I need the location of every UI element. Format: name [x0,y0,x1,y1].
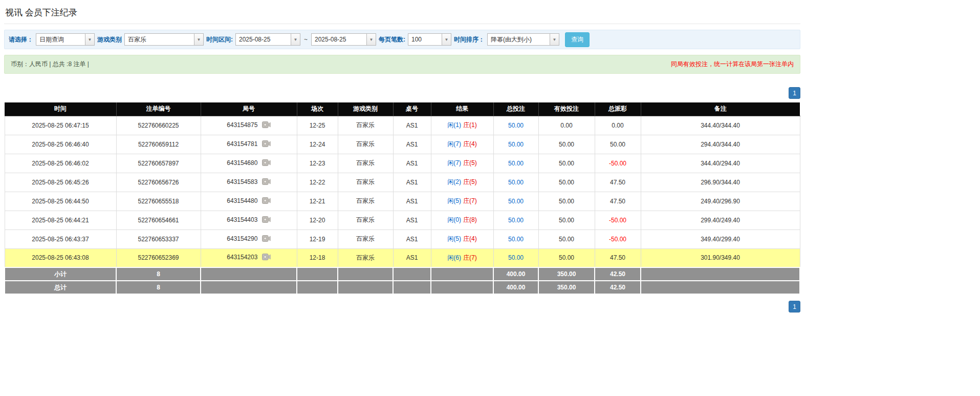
empty-cell [338,281,393,294]
chevron-down-icon[interactable]: ▼ [442,33,451,46]
total-bet-link[interactable]: 50.00 [508,236,524,243]
round-replay-icon[interactable] [262,140,271,149]
result-player: 闲(1) [447,121,461,129]
column-header: 局号 [201,102,297,116]
pagination-top: 1 [4,87,800,99]
round-replay-icon[interactable] [262,235,271,243]
cell-time: 2025-08-25 06:44:50 [5,192,116,211]
cell-time: 2025-08-25 06:46:40 [5,135,116,154]
result-player: 闲(2) [447,178,461,185]
subtotal-valid-bet: 350.00 [538,267,595,281]
cell-result: 闲(7)庄(5) [431,154,493,173]
empty-cell [641,267,800,281]
game-type-input[interactable] [124,33,194,46]
result-player: 闲(5) [447,197,461,204]
table-row: 2025-08-25 06:47:15 522760660225 6431548… [5,116,800,135]
cell-bet-number: 522760657897 [116,154,201,173]
subtotal-total-bet: 400.00 [493,267,538,281]
result-player: 闲(0) [447,216,461,223]
round-replay-icon[interactable] [262,159,271,168]
cell-payout: 47.50 [595,173,641,192]
round-replay-icon[interactable] [262,254,271,262]
cell-time: 2025-08-25 06:45:26 [5,173,116,192]
sort-order-input[interactable] [487,33,550,46]
round-replay-icon[interactable] [262,121,271,130]
total-bet-link[interactable]: 50.00 [508,198,524,205]
cell-payout: 47.50 [595,192,641,211]
cell-round-number: 643154403 [201,211,297,230]
bet-records-table: 时间注单编号局号场次游戏类别桌号结果总投注有效投注总派彩备注 2025-08-2… [4,102,800,295]
select-type-label: 请选择： [9,35,33,44]
page-size-combobox: ▼ [408,33,451,46]
round-replay-icon[interactable] [262,197,271,205]
total-bet-link[interactable]: 50.00 [508,141,524,148]
column-header: 备注 [641,102,800,116]
subtotal-row: 小计 8 400.00 350.00 42.50 [5,267,800,281]
page-header: 视讯 会员下注纪录 [4,0,800,24]
cell-table-number: AS1 [393,211,431,230]
total-valid-bet: 350.00 [538,281,595,294]
chevron-down-icon[interactable]: ▼ [85,33,95,46]
cell-round-number: 643154290 [201,230,297,248]
empty-cell [393,267,431,281]
chevron-down-icon[interactable]: ▼ [291,33,300,46]
round-replay-icon[interactable] [262,216,271,224]
page-size-input[interactable] [408,33,442,46]
table-row: 2025-08-25 06:43:08 522760652369 6431542… [5,248,800,267]
total-bet-link[interactable]: 50.00 [508,160,524,167]
total-bet-link[interactable]: 50.00 [508,217,524,224]
chevron-down-icon[interactable]: ▼ [550,33,559,46]
currency-total-info: 币别：人民币 | 总共 :8 注单 | [11,60,89,69]
chevron-down-icon[interactable]: ▼ [366,33,376,46]
cell-total-bet: 50.00 [493,173,538,192]
date-from-input[interactable] [235,33,291,46]
chevron-down-icon[interactable]: ▼ [194,33,204,46]
cell-round-number: 643154203 [201,248,297,267]
total-bet-link[interactable]: 50.00 [508,254,524,261]
game-type-label: 游戏类别 [97,35,122,44]
empty-cell [393,281,431,294]
range-separator: ~ [303,36,309,43]
round-number: 643154480 [227,197,257,204]
cell-game-type: 百家乐 [338,116,393,135]
cell-game-type: 百家乐 [338,192,393,211]
column-header: 结果 [431,102,493,116]
cell-payout: 47.50 [595,248,641,267]
cell-total-bet: 50.00 [493,192,538,211]
cell-session: 12-23 [297,154,338,173]
cell-remark: 296.90/344.40 [641,173,800,192]
cell-table-number: AS1 [393,154,431,173]
cell-result: 闲(5)庄(7) [431,192,493,211]
total-bet-link[interactable]: 50.00 [508,122,524,129]
column-header: 时间 [5,102,116,116]
cell-session: 12-24 [297,135,338,154]
cell-valid-bet: 0.00 [538,116,595,135]
cell-payout: 50.00 [595,135,641,154]
date-to-input[interactable] [311,33,366,46]
table-header-row: 时间注单编号局号场次游戏类别桌号结果总投注有效投注总派彩备注 [5,102,800,116]
round-replay-icon[interactable] [262,178,271,186]
game-type-combobox: ▼ [124,33,204,46]
cell-bet-number: 522760655518 [116,192,201,211]
search-button[interactable]: 查询 [565,32,590,47]
empty-cell [201,281,297,294]
cell-remark: 294.40/344.40 [641,135,800,154]
column-header: 有效投注 [538,102,595,116]
cell-valid-bet: 50.00 [538,135,595,154]
filter-bar: 请选择： ▼ 游戏类别 ▼ 时间区间: ▼ ~ ▼ 每页笔数: ▼ 时间排序： … [4,30,800,49]
cell-time: 2025-08-25 06:46:02 [5,154,116,173]
summary-bar: 币别：人民币 | 总共 :8 注单 | 同局有效投注，统一计算在该局第一张注单内 [4,55,800,74]
page-size-label: 每页笔数: [379,35,405,44]
cell-result: 闲(1)庄(1) [431,116,493,135]
table-row: 2025-08-25 06:44:50 522760655518 6431544… [5,192,800,211]
column-header: 总投注 [493,102,538,116]
total-bet-link[interactable]: 50.00 [508,179,524,186]
page-1-button[interactable]: 1 [789,87,800,99]
cell-remark: 301.90/349.40 [641,248,800,267]
round-number: 643154203 [227,254,257,261]
cell-table-number: AS1 [393,135,431,154]
page-1-button[interactable]: 1 [789,301,800,312]
query-type-input[interactable] [36,33,85,46]
table-row: 2025-08-25 06:46:02 522760657897 6431546… [5,154,800,173]
cell-session: 12-18 [297,248,338,267]
